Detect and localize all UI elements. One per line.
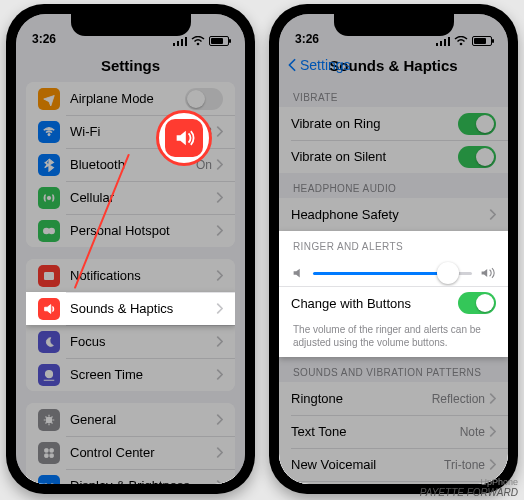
svg-rect-23 [436,43,438,46]
control-center-icon [38,442,60,464]
chevron-right-icon [216,225,223,236]
status-indicators [436,36,492,46]
ringer-highlight-block: RINGER AND ALERTS Change with Buttons Th… [279,231,508,357]
phone-left: 3:26 Settings Airplane Mode [6,4,255,494]
chevron-right-icon [216,303,223,314]
ringer-volume-slider[interactable] [313,272,472,275]
header-headphone: HEADPHONE AUDIO [279,173,508,198]
svg-text:AA: AA [43,481,56,484]
phone-right: 3:26 Settings Sounds & Haptics VIBRATE [269,4,518,494]
header-ringer: RINGER AND ALERTS [279,231,508,256]
change-with-buttons-toggle[interactable] [458,292,496,314]
row-text-tone[interactable]: Text Tone Note [279,415,508,448]
nav-title-left: Settings [16,48,245,82]
status-indicators [173,36,229,46]
row-sounds-haptics[interactable]: Sounds & Haptics [26,292,235,325]
cell-signal-icon [173,36,187,46]
svg-rect-1 [177,41,179,46]
chevron-right-icon [216,414,223,425]
cell-signal-icon [436,36,450,46]
vibrate-silent-toggle[interactable] [458,146,496,168]
row-new-voicemail[interactable]: New Voicemail Tri-tone [279,448,508,481]
hotspot-icon [38,220,60,242]
svg-rect-2 [181,39,183,46]
row-ringtone[interactable]: Ringtone Reflection [279,382,508,415]
footer-ringer: The volume of the ringer and alerts can … [279,319,508,357]
svg-rect-14 [45,453,49,457]
airplane-toggle[interactable] [185,88,223,110]
svg-rect-3 [185,37,187,46]
chevron-right-icon [216,480,223,484]
screen-time-icon [38,364,60,386]
chevron-right-icon [489,426,496,437]
screen-right: 3:26 Settings Sounds & Haptics VIBRATE [279,14,508,484]
header-patterns: SOUNDS AND VIBRATION PATTERNS [279,357,508,382]
volume-low-icon [291,266,305,280]
callout-badge [156,110,212,166]
row-change-with-buttons[interactable]: Change with Buttons [279,286,508,319]
chevron-right-icon [489,209,496,220]
svg-rect-26 [448,37,450,46]
chevron-right-icon [216,369,223,380]
chevron-left-icon [287,58,297,72]
sounds-icon [38,298,60,320]
vibrate-ring-toggle[interactable] [458,113,496,135]
wifi-icon [454,36,468,46]
svg-point-8 [49,228,54,233]
svg-rect-24 [440,41,442,46]
speaker-callout-icon [165,119,203,157]
svg-point-10 [46,370,53,377]
svg-rect-9 [45,272,54,279]
row-vibrate-on-silent[interactable]: Vibrate on Silent [279,140,508,173]
row-cellular[interactable]: Cellular [26,181,235,214]
wifi-app-icon [38,121,60,143]
svg-point-5 [48,133,50,135]
chevron-right-icon [489,459,496,470]
row-hotspot[interactable]: Personal Hotspot [26,214,235,247]
battery-icon [209,36,229,46]
svg-rect-13 [50,448,54,452]
row-focus[interactable]: Focus [26,325,235,358]
notch [71,14,191,36]
row-display-brightness[interactable]: AA Display & Brightness [26,469,235,484]
chevron-right-icon [216,192,223,203]
row-notifications[interactable]: Notifications [26,259,235,292]
svg-rect-25 [444,39,446,46]
row-headphone-safety[interactable]: Headphone Safety [279,198,508,231]
row-airplane-mode[interactable]: Airplane Mode [26,82,235,115]
chevron-right-icon [216,336,223,347]
gear-icon [38,409,60,431]
group-general: General Control Center AA Display & Brig… [26,403,235,484]
wifi-icon [191,36,205,46]
group-headphone: Headphone Safety [279,198,508,231]
row-screen-time[interactable]: Screen Time [26,358,235,391]
chevron-right-icon [216,126,223,137]
header-vibrate: VIBRATE [279,82,508,107]
volume-high-icon [480,266,496,280]
sounds-haptics-list: VIBRATE Vibrate on Ring Vibrate on Silen… [279,82,508,484]
svg-rect-0 [173,43,175,46]
group-network: Airplane Mode Wi-Fi 778 Bluetooth On [26,82,235,247]
watermark: UpPhone PAYETTE FORWARD [420,478,518,498]
group-vibrate: Vibrate on Ring Vibrate on Silent [279,107,508,173]
svg-point-11 [46,417,51,422]
chevron-right-icon [216,447,223,458]
ringer-volume-slider-row [279,256,508,286]
focus-icon [38,331,60,353]
battery-icon [472,36,492,46]
row-general[interactable]: General [26,403,235,436]
display-icon: AA [38,475,60,485]
row-control-center[interactable]: Control Center [26,436,235,469]
back-button[interactable]: Settings [287,48,351,82]
nav-title-right: Settings Sounds & Haptics [279,48,508,82]
slider-thumb[interactable] [437,262,459,284]
airplane-icon [38,88,60,110]
row-vibrate-on-ring[interactable]: Vibrate on Ring [279,107,508,140]
notifications-icon [38,265,60,287]
clock: 3:26 [295,32,319,46]
svg-point-6 [47,196,51,200]
chevron-right-icon [216,270,223,281]
svg-rect-15 [50,453,54,457]
page-title: Settings [101,57,160,74]
svg-point-4 [197,43,200,46]
